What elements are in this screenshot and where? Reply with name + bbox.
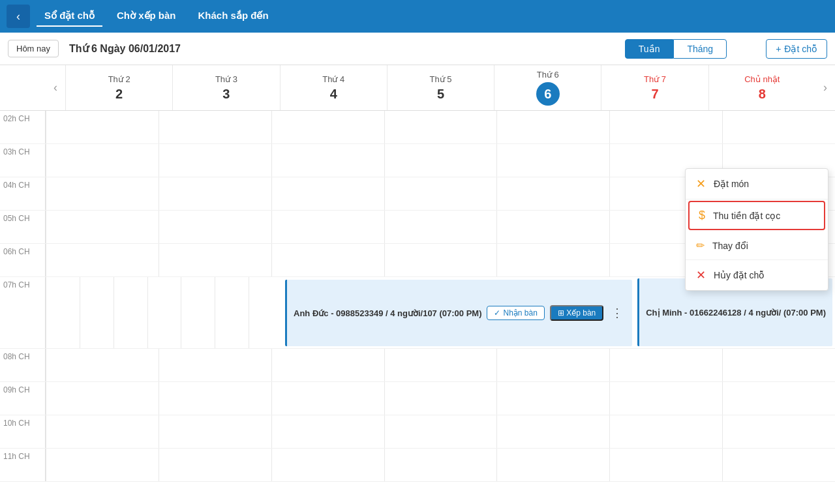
fork-icon: ✕ <box>696 177 706 191</box>
day-cell <box>722 449 835 481</box>
context-menu: ✕ Đặt món $ Thu tiền đặt cọc ✏ Thay đổi … <box>685 168 828 291</box>
day-col-3: Thứ 33 <box>172 65 279 110</box>
tab-so-dat-cho[interactable]: Sổ đặt chỗ <box>37 6 102 27</box>
day-cell <box>496 449 609 481</box>
back-button[interactable]: ‹ <box>7 5 30 28</box>
day-cell <box>271 349 384 381</box>
day-cell <box>46 144 159 177</box>
day-cell <box>159 415 271 448</box>
time-row-08h-CH: 08h CH <box>0 349 835 382</box>
toolbar: Hôm nay Thứ 6 Ngày 06/01/2017 Tuần Tháng… <box>0 33 835 65</box>
day-cell <box>46 211 159 243</box>
day-cell <box>496 211 609 243</box>
day-number: 7 <box>651 87 658 102</box>
time-row-09h-CH: 09h CH <box>0 382 835 415</box>
day-name: Thứ 7 <box>644 74 666 84</box>
day-cell <box>722 111 835 143</box>
menu-dat-mon[interactable]: ✕ Đặt món <box>686 169 828 200</box>
prev-week-arrow[interactable]: ‹ <box>46 65 65 110</box>
day-cell <box>271 144 384 177</box>
day-cells <box>46 382 835 415</box>
today-button[interactable]: Hôm nay <box>8 40 59 57</box>
day-columns: Thứ 22Thứ 33Thứ 44Thứ 55Thứ 66Thứ 77Chủ … <box>65 65 815 110</box>
day-cell <box>384 415 497 448</box>
day-cell <box>215 277 249 348</box>
menu-thu-tien[interactable]: $ Thu tiền đặt cọc <box>688 201 825 230</box>
time-row-10h-CH: 10h CH <box>0 415 835 449</box>
day-col-6: Thứ 66 <box>494 65 601 110</box>
day-cell <box>271 382 384 415</box>
day-name: Chủ nhật <box>744 74 780 84</box>
time-col-header <box>0 65 46 110</box>
time-label: 08h CH <box>0 349 46 381</box>
day-cell <box>384 177 497 210</box>
day-cell <box>496 244 609 276</box>
day-cell <box>384 211 497 243</box>
more-options-button[interactable]: ⋮ <box>609 306 626 320</box>
day-cell <box>609 382 722 415</box>
day-number: 6 <box>536 82 560 106</box>
menu-huy-label: Hủy đặt chỗ <box>714 270 765 280</box>
day-cell <box>46 349 159 381</box>
day-cell <box>271 211 384 243</box>
tab-cho-xep-ban[interactable]: Chờ xếp bàn <box>109 6 184 27</box>
day-cells <box>46 349 835 381</box>
time-label: 09h CH <box>0 382 46 415</box>
day-cell <box>159 449 271 481</box>
day-cells <box>46 111 835 143</box>
menu-thu-tien-label: Thu tiền đặt cọc <box>713 211 780 221</box>
day-cell <box>249 277 282 348</box>
day-number: 4 <box>330 87 337 102</box>
top-nav: ‹ Sổ đặt chỗ Chờ xếp bàn Khách sắp đến <box>0 0 835 33</box>
nhan-ban-button[interactable]: ✓ Nhận bàn <box>487 306 544 320</box>
day-cell <box>496 415 609 448</box>
reservation-text-2: Chị Minh - 01662246128 / 4 người/ (07:00… <box>646 308 826 318</box>
plus-icon: + <box>776 44 781 54</box>
reservation-text-1: Anh Đức - 0988523349 / 4 người/107 (07:0… <box>294 308 481 318</box>
xep-ban-button[interactable]: ⊞ Xếp bàn <box>550 305 603 321</box>
month-view-button[interactable]: Tháng <box>673 39 727 59</box>
day-cell <box>159 111 271 143</box>
day-cell <box>384 144 497 177</box>
day-cell <box>496 111 609 143</box>
day-cell <box>271 111 384 143</box>
time-row-02h-CH: 02h CH <box>0 111 835 144</box>
day-cell <box>159 349 271 381</box>
reservation-item-1[interactable]: Anh Đức - 0988523349 / 4 người/107 (07:0… <box>285 280 632 346</box>
view-toggle: Tuần Tháng <box>625 39 727 59</box>
dollar-icon: $ <box>699 209 705 222</box>
day-cell <box>496 349 609 381</box>
day-cell <box>181 277 215 348</box>
calendar-header: ‹ Thứ 22Thứ 33Thứ 44Thứ 55Thứ 66Thứ 77Ch… <box>0 65 835 111</box>
time-label: 07h CH <box>0 277 46 348</box>
day-cell <box>722 382 835 415</box>
week-view-button[interactable]: Tuần <box>625 39 674 59</box>
day-number: 2 <box>115 87 123 102</box>
day-cell <box>46 244 159 276</box>
menu-thay-doi-label: Thay đổi <box>712 241 748 251</box>
day-cell <box>384 449 497 481</box>
day-cell <box>271 415 384 448</box>
menu-thay-doi[interactable]: ✏ Thay đổi <box>686 231 828 260</box>
day-cell <box>384 349 497 381</box>
day-number: 5 <box>437 87 444 102</box>
add-reservation-button[interactable]: + Đặt chỗ <box>766 39 827 59</box>
day-cell <box>147 277 181 348</box>
day-cell <box>271 244 384 276</box>
menu-huy-dat-cho[interactable]: ✕ Hủy đặt chỗ <box>686 260 828 290</box>
tab-khach-sap-den[interactable]: Khách sắp đến <box>190 6 277 27</box>
time-label: 04h CH <box>0 177 46 210</box>
day-cell <box>159 382 271 415</box>
day-cell <box>496 177 609 210</box>
day-number: 3 <box>222 87 230 102</box>
next-week-arrow[interactable]: › <box>815 65 835 110</box>
time-row-11h-CH: 11h CH <box>0 449 835 482</box>
day-col-5: Thứ 55 <box>387 65 494 110</box>
day-cell <box>384 244 497 276</box>
day-cell <box>80 277 114 348</box>
day-cell <box>46 111 159 143</box>
time-label: 05h CH <box>0 211 46 243</box>
day-cell <box>159 144 271 177</box>
day-cell <box>46 449 159 481</box>
day-name: Thứ 2 <box>108 74 130 84</box>
